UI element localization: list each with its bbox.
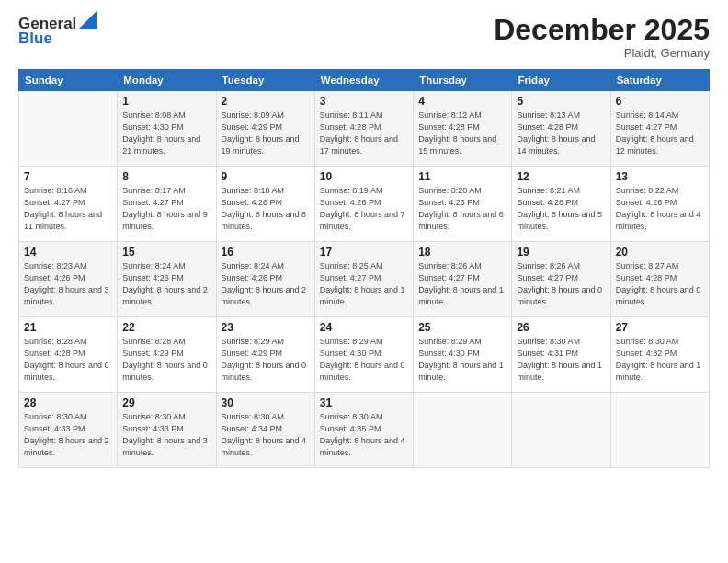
day-number: 20 bbox=[616, 246, 704, 259]
day-info: Sunrise: 8:21 AMSunset: 4:26 PMDaylight:… bbox=[517, 185, 605, 233]
day-info: Sunrise: 8:30 AMSunset: 4:33 PMDaylight:… bbox=[122, 411, 210, 459]
day-info: Sunrise: 8:30 AMSunset: 4:35 PMDaylight:… bbox=[320, 411, 408, 459]
day-number: 14 bbox=[24, 246, 112, 259]
day-info: Sunrise: 8:11 AMSunset: 4:28 PMDaylight:… bbox=[320, 109, 408, 157]
day-number: 26 bbox=[517, 321, 605, 334]
day-cell: 6Sunrise: 8:14 AMSunset: 4:27 PMDaylight… bbox=[610, 91, 709, 167]
day-info: Sunrise: 8:08 AMSunset: 4:30 PMDaylight:… bbox=[122, 109, 210, 157]
day-cell: 22Sunrise: 8:28 AMSunset: 4:29 PMDayligh… bbox=[118, 317, 216, 393]
calendar-header-row: Sunday Monday Tuesday Wednesday Thursday… bbox=[19, 70, 710, 91]
day-number: 2 bbox=[222, 95, 310, 108]
day-number: 19 bbox=[517, 246, 605, 259]
day-info: Sunrise: 8:09 AMSunset: 4:29 PMDaylight:… bbox=[222, 109, 310, 157]
day-cell: 7Sunrise: 8:16 AMSunset: 4:27 PMDaylight… bbox=[19, 167, 118, 242]
day-cell bbox=[414, 393, 512, 468]
day-cell: 17Sunrise: 8:25 AMSunset: 4:27 PMDayligh… bbox=[314, 242, 413, 317]
week-row-2: 7Sunrise: 8:16 AMSunset: 4:27 PMDaylight… bbox=[19, 167, 710, 242]
day-cell: 8Sunrise: 8:17 AMSunset: 4:27 PMDaylight… bbox=[118, 167, 216, 242]
day-info: Sunrise: 8:30 AMSunset: 4:34 PMDaylight:… bbox=[222, 411, 310, 459]
day-cell: 31Sunrise: 8:30 AMSunset: 4:35 PMDayligh… bbox=[314, 393, 413, 468]
day-info: Sunrise: 8:24 AMSunset: 4:26 PMDaylight:… bbox=[222, 260, 310, 308]
day-cell: 24Sunrise: 8:29 AMSunset: 4:30 PMDayligh… bbox=[314, 317, 413, 393]
day-number: 5 bbox=[517, 95, 605, 108]
day-info: Sunrise: 8:14 AMSunset: 4:27 PMDaylight:… bbox=[616, 109, 704, 157]
day-info: Sunrise: 8:19 AMSunset: 4:26 PMDaylight:… bbox=[320, 185, 408, 233]
day-cell: 1Sunrise: 8:08 AMSunset: 4:30 PMDaylight… bbox=[118, 91, 216, 167]
day-cell bbox=[19, 91, 118, 167]
day-cell: 4Sunrise: 8:12 AMSunset: 4:28 PMDaylight… bbox=[414, 91, 512, 167]
header: General Blue December 2025 Plaidt, Germa… bbox=[18, 15, 710, 60]
day-info: Sunrise: 8:25 AMSunset: 4:27 PMDaylight:… bbox=[320, 260, 408, 308]
day-info: Sunrise: 8:22 AMSunset: 4:26 PMDaylight:… bbox=[616, 185, 704, 233]
day-cell: 20Sunrise: 8:27 AMSunset: 4:28 PMDayligh… bbox=[610, 242, 709, 317]
day-info: Sunrise: 8:16 AMSunset: 4:27 PMDaylight:… bbox=[24, 185, 112, 233]
col-wednesday: Wednesday bbox=[314, 70, 413, 91]
day-number: 11 bbox=[418, 170, 506, 183]
col-tuesday: Tuesday bbox=[216, 70, 314, 91]
day-number: 16 bbox=[222, 246, 310, 259]
location-subtitle: Plaidt, Germany bbox=[494, 46, 710, 60]
day-number: 24 bbox=[320, 321, 408, 334]
day-number: 13 bbox=[616, 170, 704, 183]
day-cell: 3Sunrise: 8:11 AMSunset: 4:28 PMDaylight… bbox=[314, 91, 413, 167]
day-number: 8 bbox=[122, 170, 210, 183]
day-number: 21 bbox=[24, 321, 112, 334]
day-cell bbox=[512, 393, 610, 468]
day-cell: 28Sunrise: 8:30 AMSunset: 4:33 PMDayligh… bbox=[19, 393, 118, 468]
day-cell: 27Sunrise: 8:30 AMSunset: 4:32 PMDayligh… bbox=[610, 317, 709, 393]
day-cell: 29Sunrise: 8:30 AMSunset: 4:33 PMDayligh… bbox=[118, 393, 216, 468]
day-info: Sunrise: 8:30 AMSunset: 4:32 PMDaylight:… bbox=[616, 336, 704, 384]
day-cell: 15Sunrise: 8:24 AMSunset: 4:26 PMDayligh… bbox=[118, 242, 216, 317]
day-info: Sunrise: 8:28 AMSunset: 4:29 PMDaylight:… bbox=[122, 336, 210, 384]
day-number: 1 bbox=[122, 95, 210, 108]
day-info: Sunrise: 8:30 AMSunset: 4:31 PMDaylight:… bbox=[517, 336, 605, 384]
day-info: Sunrise: 8:20 AMSunset: 4:26 PMDaylight:… bbox=[418, 185, 506, 233]
day-cell: 2Sunrise: 8:09 AMSunset: 4:29 PMDaylight… bbox=[216, 91, 314, 167]
day-info: Sunrise: 8:29 AMSunset: 4:29 PMDaylight:… bbox=[222, 336, 310, 384]
day-number: 15 bbox=[122, 246, 210, 259]
day-number: 28 bbox=[24, 396, 112, 409]
day-cell: 19Sunrise: 8:26 AMSunset: 4:27 PMDayligh… bbox=[512, 242, 610, 317]
day-info: Sunrise: 8:18 AMSunset: 4:26 PMDaylight:… bbox=[222, 185, 310, 233]
day-cell: 18Sunrise: 8:26 AMSunset: 4:27 PMDayligh… bbox=[414, 242, 512, 317]
week-row-4: 21Sunrise: 8:28 AMSunset: 4:28 PMDayligh… bbox=[19, 317, 710, 393]
day-number: 3 bbox=[320, 95, 408, 108]
day-number: 10 bbox=[320, 170, 408, 183]
logo-icon bbox=[78, 11, 97, 29]
day-cell: 25Sunrise: 8:29 AMSunset: 4:30 PMDayligh… bbox=[414, 317, 512, 393]
day-info: Sunrise: 8:30 AMSunset: 4:33 PMDaylight:… bbox=[24, 411, 112, 459]
day-cell bbox=[610, 393, 709, 468]
day-cell: 13Sunrise: 8:22 AMSunset: 4:26 PMDayligh… bbox=[610, 167, 709, 242]
day-cell: 10Sunrise: 8:19 AMSunset: 4:26 PMDayligh… bbox=[314, 167, 413, 242]
col-monday: Monday bbox=[118, 70, 216, 91]
day-info: Sunrise: 8:26 AMSunset: 4:27 PMDaylight:… bbox=[517, 260, 605, 308]
day-info: Sunrise: 8:26 AMSunset: 4:27 PMDaylight:… bbox=[418, 260, 506, 308]
day-cell: 5Sunrise: 8:13 AMSunset: 4:28 PMDaylight… bbox=[512, 91, 610, 167]
week-row-3: 14Sunrise: 8:23 AMSunset: 4:26 PMDayligh… bbox=[19, 242, 710, 317]
day-cell: 21Sunrise: 8:28 AMSunset: 4:28 PMDayligh… bbox=[19, 317, 118, 393]
day-cell: 12Sunrise: 8:21 AMSunset: 4:26 PMDayligh… bbox=[512, 167, 610, 242]
day-cell: 9Sunrise: 8:18 AMSunset: 4:26 PMDaylight… bbox=[216, 167, 314, 242]
day-cell: 11Sunrise: 8:20 AMSunset: 4:26 PMDayligh… bbox=[414, 167, 512, 242]
col-thursday: Thursday bbox=[414, 70, 512, 91]
logo: General Blue bbox=[18, 15, 97, 48]
day-cell: 30Sunrise: 8:30 AMSunset: 4:34 PMDayligh… bbox=[216, 393, 314, 468]
day-info: Sunrise: 8:29 AMSunset: 4:30 PMDaylight:… bbox=[418, 336, 506, 384]
day-number: 23 bbox=[222, 321, 310, 334]
day-number: 17 bbox=[320, 246, 408, 259]
day-number: 22 bbox=[122, 321, 210, 334]
day-info: Sunrise: 8:12 AMSunset: 4:28 PMDaylight:… bbox=[418, 109, 506, 157]
calendar-table: Sunday Monday Tuesday Wednesday Thursday… bbox=[18, 69, 710, 468]
day-info: Sunrise: 8:29 AMSunset: 4:30 PMDaylight:… bbox=[320, 336, 408, 384]
day-number: 25 bbox=[418, 321, 506, 334]
day-cell: 23Sunrise: 8:29 AMSunset: 4:29 PMDayligh… bbox=[216, 317, 314, 393]
day-number: 12 bbox=[517, 170, 605, 183]
day-number: 30 bbox=[222, 396, 310, 409]
day-number: 31 bbox=[320, 396, 408, 409]
day-info: Sunrise: 8:23 AMSunset: 4:26 PMDaylight:… bbox=[24, 260, 112, 308]
week-row-5: 28Sunrise: 8:30 AMSunset: 4:33 PMDayligh… bbox=[19, 393, 710, 468]
week-row-1: 1Sunrise: 8:08 AMSunset: 4:30 PMDaylight… bbox=[19, 91, 710, 167]
day-cell: 16Sunrise: 8:24 AMSunset: 4:26 PMDayligh… bbox=[216, 242, 314, 317]
page: General Blue December 2025 Plaidt, Germa… bbox=[0, 0, 728, 563]
col-friday: Friday bbox=[512, 70, 610, 91]
